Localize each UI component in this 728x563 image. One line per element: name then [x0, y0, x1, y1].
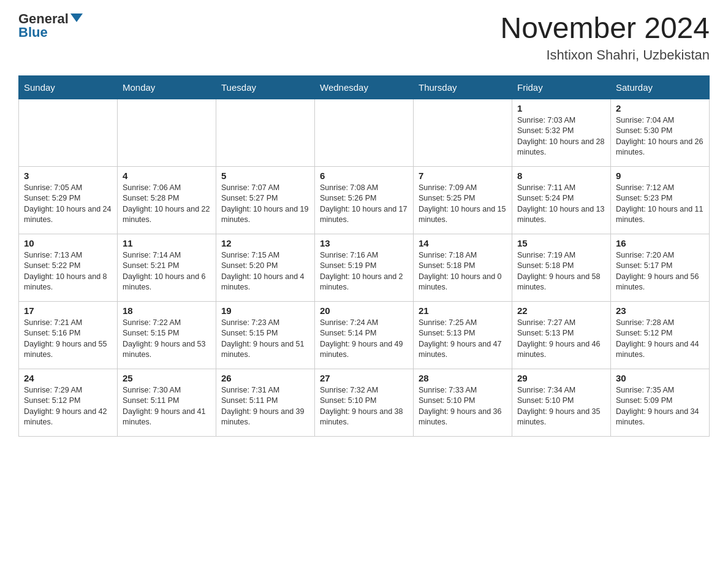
calendar-cell: [414, 99, 512, 166]
day-info: Sunrise: 7:25 AMSunset: 5:13 PMDaylight:…: [419, 318, 507, 361]
day-info: Sunrise: 7:23 AMSunset: 5:15 PMDaylight:…: [221, 318, 309, 361]
day-info: Sunrise: 7:31 AMSunset: 5:11 PMDaylight:…: [221, 385, 309, 428]
day-info: Sunrise: 7:35 AMSunset: 5:09 PMDaylight:…: [616, 385, 704, 428]
calendar-cell: 6Sunrise: 7:08 AMSunset: 5:26 PMDaylight…: [315, 166, 414, 234]
calendar-cell: 13Sunrise: 7:16 AMSunset: 5:19 PMDayligh…: [315, 234, 414, 301]
logo-general-text: General: [18, 12, 69, 26]
day-info: Sunrise: 7:30 AMSunset: 5:11 PMDaylight:…: [123, 385, 211, 428]
day-number: 4: [123, 170, 211, 181]
calendar-cell: 27Sunrise: 7:32 AMSunset: 5:10 PMDayligh…: [315, 369, 414, 436]
day-number: 24: [24, 373, 112, 383]
day-info: Sunrise: 7:21 AMSunset: 5:16 PMDaylight:…: [24, 318, 112, 361]
day-info: Sunrise: 7:12 AMSunset: 5:23 PMDaylight:…: [616, 183, 704, 226]
day-info: Sunrise: 7:33 AMSunset: 5:10 PMDaylight:…: [419, 385, 507, 428]
day-header-tuesday: Tuesday: [216, 75, 315, 99]
day-header-wednesday: Wednesday: [315, 75, 414, 99]
calendar-header: SundayMondayTuesdayWednesdayThursdayFrid…: [19, 75, 710, 99]
day-number: 28: [419, 373, 507, 383]
day-info: Sunrise: 7:05 AMSunset: 5:29 PMDaylight:…: [24, 183, 112, 226]
calendar-cell: 29Sunrise: 7:34 AMSunset: 5:10 PMDayligh…: [512, 369, 611, 436]
calendar-cell: [216, 99, 315, 166]
day-number: 6: [320, 170, 408, 181]
calendar-cell: 3Sunrise: 7:05 AMSunset: 5:29 PMDaylight…: [19, 166, 118, 234]
day-info: Sunrise: 7:32 AMSunset: 5:10 PMDaylight:…: [320, 385, 408, 428]
calendar-cell: 10Sunrise: 7:13 AMSunset: 5:22 PMDayligh…: [19, 234, 118, 301]
calendar-cell: 15Sunrise: 7:19 AMSunset: 5:18 PMDayligh…: [512, 234, 611, 301]
calendar-cell: 12Sunrise: 7:15 AMSunset: 5:20 PMDayligh…: [216, 234, 315, 301]
day-number: 13: [320, 238, 408, 248]
day-number: 12: [221, 238, 309, 248]
calendar-cell: 2Sunrise: 7:04 AMSunset: 5:30 PMDaylight…: [611, 99, 710, 166]
day-number: 5: [221, 170, 309, 181]
day-number: 11: [123, 238, 211, 248]
calendar-week-1: 1Sunrise: 7:03 AMSunset: 5:32 PMDaylight…: [19, 99, 710, 166]
day-info: Sunrise: 7:07 AMSunset: 5:27 PMDaylight:…: [221, 183, 309, 226]
day-number: 18: [123, 305, 211, 316]
day-number: 3: [24, 170, 112, 181]
day-info: Sunrise: 7:16 AMSunset: 5:19 PMDaylight:…: [320, 250, 408, 293]
page-header: General Blue November 2024 Ishtixon Shah…: [18, 12, 710, 63]
day-info: Sunrise: 7:09 AMSunset: 5:25 PMDaylight:…: [419, 183, 507, 226]
day-info: Sunrise: 7:06 AMSunset: 5:28 PMDaylight:…: [123, 183, 211, 226]
day-number: 10: [24, 238, 112, 248]
calendar-table: SundayMondayTuesdayWednesdayThursdayFrid…: [18, 75, 710, 437]
day-number: 29: [517, 373, 605, 383]
day-info: Sunrise: 7:15 AMSunset: 5:20 PMDaylight:…: [221, 250, 309, 293]
calendar-week-2: 3Sunrise: 7:05 AMSunset: 5:29 PMDaylight…: [19, 166, 710, 234]
calendar-cell: 7Sunrise: 7:09 AMSunset: 5:25 PMDaylight…: [414, 166, 512, 234]
day-number: 26: [221, 373, 309, 383]
day-info: Sunrise: 7:14 AMSunset: 5:21 PMDaylight:…: [123, 250, 211, 293]
calendar-cell: 24Sunrise: 7:29 AMSunset: 5:12 PMDayligh…: [19, 369, 118, 436]
calendar-cell: 20Sunrise: 7:24 AMSunset: 5:14 PMDayligh…: [315, 301, 414, 369]
calendar-week-4: 17Sunrise: 7:21 AMSunset: 5:16 PMDayligh…: [19, 301, 710, 369]
day-header-row: SundayMondayTuesdayWednesdayThursdayFrid…: [19, 75, 710, 99]
calendar-week-3: 10Sunrise: 7:13 AMSunset: 5:22 PMDayligh…: [19, 234, 710, 301]
day-info: Sunrise: 7:18 AMSunset: 5:18 PMDaylight:…: [419, 250, 507, 293]
day-number: 20: [320, 305, 408, 316]
day-number: 21: [419, 305, 507, 316]
day-info: Sunrise: 7:19 AMSunset: 5:18 PMDaylight:…: [517, 250, 605, 293]
calendar-cell: [315, 99, 414, 166]
calendar-cell: 8Sunrise: 7:11 AMSunset: 5:24 PMDaylight…: [512, 166, 611, 234]
day-number: 14: [419, 238, 507, 248]
day-header-sunday: Sunday: [19, 75, 118, 99]
logo: General Blue: [18, 12, 83, 39]
calendar-cell: 16Sunrise: 7:20 AMSunset: 5:17 PMDayligh…: [611, 234, 710, 301]
day-number: 27: [320, 373, 408, 383]
title-area: November 2024 Ishtixon Shahri, Uzbekista…: [500, 12, 710, 63]
day-number: 17: [24, 305, 112, 316]
calendar-cell: 21Sunrise: 7:25 AMSunset: 5:13 PMDayligh…: [414, 301, 512, 369]
day-info: Sunrise: 7:03 AMSunset: 5:32 PMDaylight:…: [517, 115, 605, 158]
calendar-cell: 30Sunrise: 7:35 AMSunset: 5:09 PMDayligh…: [611, 369, 710, 436]
calendar-cell: 18Sunrise: 7:22 AMSunset: 5:15 PMDayligh…: [118, 301, 216, 369]
calendar-body: 1Sunrise: 7:03 AMSunset: 5:32 PMDaylight…: [19, 99, 710, 436]
day-number: 25: [123, 373, 211, 383]
calendar-cell: 25Sunrise: 7:30 AMSunset: 5:11 PMDayligh…: [118, 369, 216, 436]
day-info: Sunrise: 7:13 AMSunset: 5:22 PMDaylight:…: [24, 250, 112, 293]
day-number: 23: [616, 305, 704, 316]
calendar-cell: 26Sunrise: 7:31 AMSunset: 5:11 PMDayligh…: [216, 369, 315, 436]
day-header-monday: Monday: [118, 75, 216, 99]
calendar-cell: 23Sunrise: 7:28 AMSunset: 5:12 PMDayligh…: [611, 301, 710, 369]
day-number: 30: [616, 373, 704, 383]
day-number: 16: [616, 238, 704, 248]
day-info: Sunrise: 7:20 AMSunset: 5:17 PMDaylight:…: [616, 250, 704, 293]
calendar-cell: [19, 99, 118, 166]
calendar-cell: 11Sunrise: 7:14 AMSunset: 5:21 PMDayligh…: [118, 234, 216, 301]
calendar-cell: 4Sunrise: 7:06 AMSunset: 5:28 PMDaylight…: [118, 166, 216, 234]
day-number: 19: [221, 305, 309, 316]
day-number: 22: [517, 305, 605, 316]
calendar-cell: 22Sunrise: 7:27 AMSunset: 5:13 PMDayligh…: [512, 301, 611, 369]
day-header-saturday: Saturday: [611, 75, 710, 99]
calendar-cell: [118, 99, 216, 166]
day-number: 1: [517, 103, 605, 113]
day-info: Sunrise: 7:22 AMSunset: 5:15 PMDaylight:…: [123, 318, 211, 361]
calendar-week-5: 24Sunrise: 7:29 AMSunset: 5:12 PMDayligh…: [19, 369, 710, 436]
day-info: Sunrise: 7:28 AMSunset: 5:12 PMDaylight:…: [616, 318, 704, 361]
month-year-title: November 2024: [500, 12, 710, 45]
calendar-cell: 14Sunrise: 7:18 AMSunset: 5:18 PMDayligh…: [414, 234, 512, 301]
calendar-cell: 17Sunrise: 7:21 AMSunset: 5:16 PMDayligh…: [19, 301, 118, 369]
calendar-cell: 28Sunrise: 7:33 AMSunset: 5:10 PMDayligh…: [414, 369, 512, 436]
day-info: Sunrise: 7:08 AMSunset: 5:26 PMDaylight:…: [320, 183, 408, 226]
day-info: Sunrise: 7:34 AMSunset: 5:10 PMDaylight:…: [517, 385, 605, 428]
